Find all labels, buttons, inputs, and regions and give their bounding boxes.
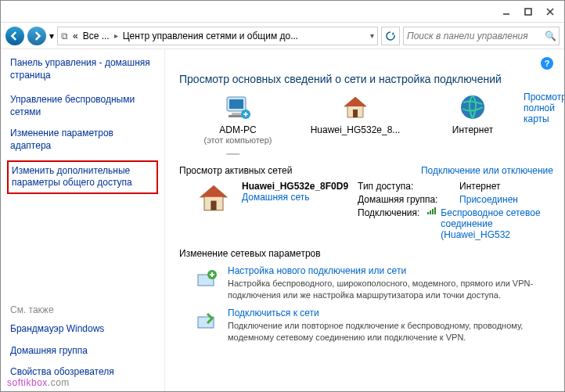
sidebar-item-adapter[interactable]: Изменение параметров адаптера	[10, 128, 155, 152]
search-input[interactable]	[407, 31, 542, 41]
house-icon	[195, 181, 232, 240]
breadcrumb-prefix: «	[73, 31, 78, 41]
new-connection-desc: Настройка беспроводного, широкополосного…	[228, 278, 553, 301]
connect-network-link[interactable]: Подключиться к сети	[228, 307, 553, 318]
breadcrumb-seg[interactable]: Все ...	[83, 31, 110, 41]
help-icon[interactable]: ?	[541, 57, 553, 70]
network-name: Huawei_HG532e_8F0D9	[242, 181, 348, 192]
see-also-label: См. также	[10, 304, 155, 315]
connect-network-icon	[195, 307, 220, 333]
minimize-button[interactable]	[495, 4, 517, 20]
signal-icon	[427, 207, 436, 214]
settings-title: Изменение сетевых параметров	[179, 248, 553, 259]
breadcrumb-seg[interactable]: Центр управления сетями и общим до...	[123, 31, 298, 41]
prop-key: Подключения:	[358, 207, 419, 240]
globe-icon	[457, 92, 488, 123]
connection-link[interactable]: Беспроводное сетевое соединение (Huawei_…	[427, 207, 553, 240]
new-connection-icon	[195, 265, 220, 290]
svg-rect-6	[232, 113, 241, 115]
connect-network-desc: Подключение или повторное подключение к …	[228, 320, 553, 343]
svg-rect-1	[525, 9, 531, 15]
node-label: Интернет	[452, 124, 493, 135]
refresh-button[interactable]	[381, 27, 400, 45]
search-icon[interactable]: 🔍	[545, 31, 556, 41]
sidebar-item-firewall[interactable]: Брандмауэр Windows	[10, 323, 155, 336]
active-networks-title: Просмотр активных сетей	[179, 165, 292, 176]
sidebar-item-wireless[interactable]: Управление беспроводными сетями	[10, 94, 155, 118]
sidebar: Панель управления - домашняя страница Уп…	[1, 49, 165, 391]
forward-button[interactable]	[27, 27, 46, 45]
network-node-router: Huawei_HG532e_8...	[312, 92, 398, 145]
close-button[interactable]	[539, 4, 561, 20]
computer-icon	[222, 92, 254, 123]
connect-disconnect-link[interactable]: Подключение или отключение	[421, 165, 553, 176]
history-dropdown[interactable]: ▾	[49, 31, 54, 41]
sidebar-item-advanced-sharing[interactable]: Изменить дополнительные параметры общего…	[7, 160, 158, 194]
prop-value: Интернет	[459, 181, 500, 192]
connection-line: ━━━━━	[226, 150, 238, 158]
chevron-right-icon: ▸	[114, 31, 118, 40]
node-sublabel: (этот компьютер)	[203, 135, 272, 145]
prop-key: Домашняя группа:	[358, 194, 452, 205]
back-button[interactable]	[5, 27, 24, 45]
network-type-link[interactable]: Домашняя сеть	[242, 192, 348, 203]
search-box[interactable]: 🔍	[403, 27, 560, 45]
network-node-internet: Интернет	[430, 92, 516, 145]
network-node-pc: ADM-PC (этот компьютер)	[195, 92, 281, 145]
network-icon: ⧉	[61, 31, 68, 41]
svg-rect-11	[211, 201, 216, 210]
svg-rect-9	[353, 110, 358, 117]
titlebar	[1, 1, 564, 23]
svg-rect-5	[229, 99, 243, 109]
maximize-button[interactable]	[517, 4, 539, 20]
address-bar[interactable]: ⧉ « Все ... ▸ Центр управления сетями и …	[57, 27, 378, 45]
sidebar-heading[interactable]: Панель управления - домашняя страница	[10, 57, 155, 81]
house-icon	[340, 92, 371, 123]
sidebar-item-homegroup[interactable]: Домашняя группа	[10, 345, 155, 358]
watermark: softikbox.com	[7, 375, 70, 388]
navbar: ▾ ⧉ « Все ... ▸ Центр управления сетями …	[1, 23, 564, 49]
svg-point-10	[461, 95, 484, 119]
view-full-map-link[interactable]: Просмотр полной карты	[524, 92, 564, 124]
chevron-down-icon[interactable]: ▾	[370, 31, 374, 40]
prop-key: Тип доступа:	[358, 181, 452, 192]
node-label: ADM-PC	[219, 124, 256, 135]
main-content: ? Просмотр основных сведений о сети и на…	[165, 49, 564, 391]
new-connection-link[interactable]: Настройка нового подключения или сети	[228, 265, 553, 276]
homegroup-link[interactable]: Присоединен	[459, 194, 518, 205]
node-label: Huawei_HG532e_8...	[311, 124, 401, 135]
page-title: Просмотр основных сведений о сети и наст…	[179, 73, 553, 85]
